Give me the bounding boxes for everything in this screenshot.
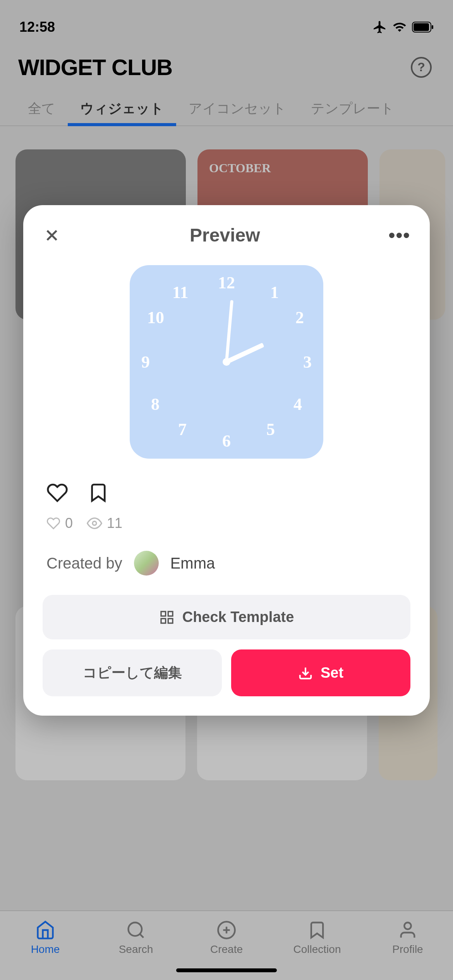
home-indicator[interactable] — [176, 968, 277, 972]
svg-rect-5 — [168, 612, 173, 616]
copy-edit-label: コピーして編集 — [83, 663, 182, 682]
likes-stat: 0 — [46, 515, 73, 531]
clock-widget: 12 1 2 3 4 5 6 7 8 9 10 11 — [130, 265, 323, 459]
views-stat: 11 — [87, 515, 122, 531]
download-icon — [298, 666, 313, 680]
stats-row: 0 11 — [43, 515, 410, 551]
button-row: コピーして編集 Set — [43, 649, 410, 696]
creator-name[interactable]: Emma — [170, 555, 215, 572]
created-by-label: Created by — [46, 555, 122, 572]
svg-rect-4 — [161, 612, 166, 616]
heart-icon[interactable] — [46, 482, 68, 504]
set-label: Set — [321, 665, 343, 681]
grid-icon — [159, 610, 175, 625]
clock-center — [223, 358, 230, 366]
modal-title: Preview — [190, 224, 260, 246]
creator-row: Created by Emma — [43, 551, 410, 595]
copy-edit-button[interactable]: コピーして編集 — [43, 649, 222, 696]
more-icon[interactable]: ••• — [389, 224, 410, 246]
views-count: 11 — [107, 515, 122, 531]
check-template-label: Check Template — [182, 609, 294, 625]
close-icon[interactable] — [43, 226, 61, 245]
svg-point-3 — [93, 521, 96, 525]
clock-minute-hand — [225, 300, 233, 362]
preview-modal: Preview ••• 12 1 2 3 4 5 6 7 8 9 10 11 0… — [23, 205, 430, 716]
likes-count: 0 — [65, 515, 73, 531]
clock-hour-hand — [225, 343, 264, 364]
check-template-button[interactable]: Check Template — [43, 595, 410, 639]
action-row — [43, 482, 410, 504]
eye-icon — [87, 516, 102, 531]
svg-rect-7 — [161, 618, 166, 623]
set-button[interactable]: Set — [231, 649, 410, 696]
svg-rect-6 — [168, 618, 173, 623]
heart-small-icon — [46, 516, 60, 530]
modal-header: Preview ••• — [43, 224, 410, 246]
creator-avatar[interactable] — [134, 551, 159, 576]
bookmark-icon[interactable] — [88, 482, 109, 504]
